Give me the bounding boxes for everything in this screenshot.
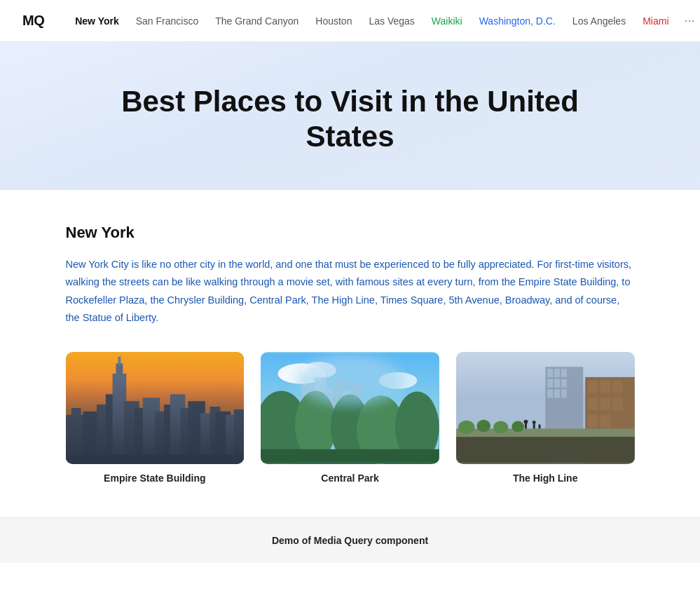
svg-point-26 [379,372,418,389]
svg-rect-10 [134,408,146,463]
nav-item-san-francisco[interactable]: San Francisco [128,15,207,27]
image-card-esb: Empire State Building [66,352,245,484]
svg-rect-0 [66,353,245,463]
nav-item-new-york[interactable]: New York [67,15,128,27]
image-card-hl: The High Line [456,352,635,484]
svg-rect-6 [112,374,126,463]
main-content: New York New York City is like no other … [49,190,652,518]
svg-rect-46 [561,379,567,388]
header: MQ New York San Francisco The Grand Cany… [0,0,700,42]
svg-point-62 [493,421,509,434]
svg-rect-3 [83,412,99,463]
svg-rect-56 [612,398,623,411]
nav-item-los-angeles[interactable]: Los Angeles [564,15,634,27]
svg-rect-17 [200,414,214,463]
svg-point-65 [523,420,528,424]
svg-rect-16 [188,401,205,463]
svg-rect-69 [456,437,635,463]
nav-item-washington[interactable]: Washington, D.C. [471,15,564,27]
image-gallery: Empire State Building [66,352,635,484]
footer: Demo of Media Query component [0,517,700,563]
svg-point-63 [512,421,524,433]
svg-rect-53 [612,381,623,393]
svg-rect-21 [233,409,244,463]
nav-item-miami[interactable]: Miami [634,15,677,27]
svg-rect-14 [170,395,185,463]
svg-point-34 [295,391,336,460]
image-esb [66,352,245,464]
svg-rect-1 [66,415,86,463]
svg-rect-45 [554,379,560,388]
svg-rect-41 [547,369,553,377]
svg-rect-64 [525,423,527,429]
svg-rect-19 [215,412,231,463]
svg-rect-49 [561,390,567,398]
nav-item-las-vegas[interactable]: Las Vegas [360,15,423,27]
svg-rect-22 [66,455,245,463]
svg-rect-58 [601,415,611,428]
svg-rect-9 [124,401,139,463]
svg-rect-11 [142,398,159,463]
nav-item-waikiki[interactable]: Waikiki [423,15,471,27]
image-cp [261,352,439,464]
svg-rect-57 [588,415,598,428]
svg-point-60 [458,421,475,435]
caption-esb: Empire State Building [66,473,245,484]
svg-rect-66 [533,424,535,429]
svg-rect-7 [116,364,123,378]
svg-rect-18 [210,407,220,463]
svg-rect-20 [226,415,238,463]
nav-item-houston[interactable]: Houston [307,15,360,27]
svg-rect-54 [588,398,598,411]
svg-rect-44 [547,379,553,388]
svg-rect-8 [118,357,121,365]
svg-point-24 [278,364,327,384]
nav-more-button[interactable]: ··· [680,13,699,28]
caption-hl: The High Line [456,473,635,484]
svg-point-67 [533,421,536,424]
svg-rect-51 [588,381,598,393]
section-description: New York City is like no other city in t… [66,256,635,327]
svg-rect-47 [547,390,553,398]
image-hl [456,352,635,464]
cp-skyline-svg [261,352,439,464]
svg-rect-2 [71,408,81,415]
footer-label: Demo of Media Query component [272,535,428,546]
svg-rect-13 [164,405,175,463]
svg-rect-68 [538,425,540,429]
hero-section: Best Places to Visit in the United State… [0,42,700,190]
section-title: New York [66,224,635,242]
svg-rect-42 [554,369,560,377]
caption-cp: Central Park [261,473,439,484]
svg-point-25 [302,362,336,379]
esb-skyline-svg [66,352,245,464]
hl-skyline-svg [456,352,635,464]
svg-rect-43 [561,369,567,377]
logo: MQ [22,13,44,29]
svg-rect-48 [554,390,560,398]
svg-rect-5 [105,395,114,463]
svg-rect-4 [97,405,109,463]
svg-rect-15 [180,408,193,463]
svg-point-61 [476,420,490,433]
svg-rect-55 [601,398,611,411]
svg-rect-52 [601,381,611,393]
svg-rect-38 [261,449,439,463]
nav-item-grand-canyon[interactable]: The Grand Canyon [207,15,307,27]
main-nav: New York San Francisco The Grand Canyon … [67,13,699,28]
image-card-cp: Central Park [261,352,439,484]
hero-title: Best Places to Visit in the United State… [105,84,596,155]
svg-rect-12 [155,412,169,463]
